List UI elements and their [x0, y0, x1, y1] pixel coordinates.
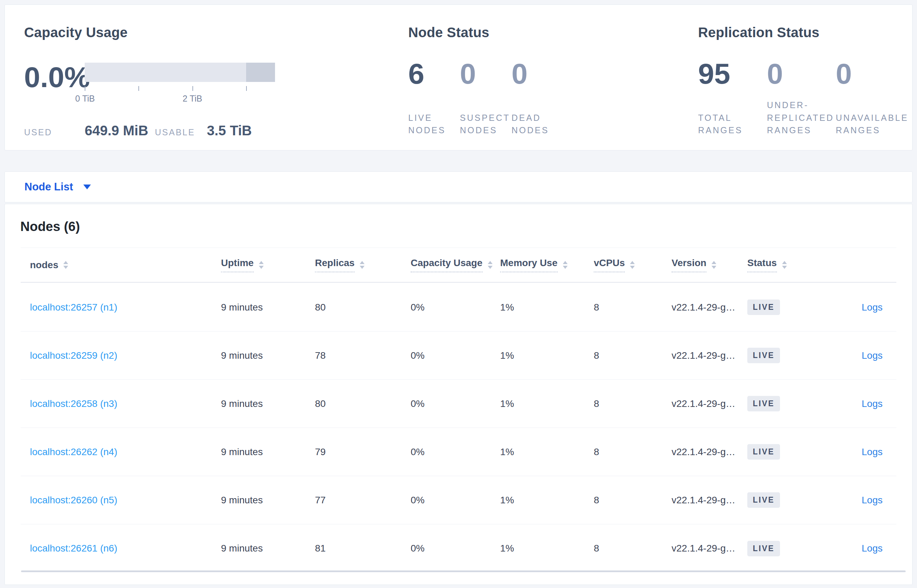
nodes-table-panel: Nodes (6) nodesUptimeReplicasCapacity Us… — [5, 204, 912, 585]
node-link[interactable]: localhost:26257 (n1) — [30, 302, 221, 313]
stat-label-slot: LIVE NODES — [408, 111, 460, 137]
logs-link[interactable]: Logs — [862, 302, 883, 313]
stat-label: DEAD NODES — [512, 111, 553, 137]
column-header-Version[interactable]: Version — [672, 257, 747, 272]
sort-arrows-icon[interactable] — [259, 261, 264, 269]
horizontal-scrollbar[interactable] — [21, 570, 906, 572]
sort-arrows-icon[interactable] — [63, 261, 68, 269]
cell-vcpus: 8 — [594, 543, 672, 554]
logs-link[interactable]: Logs — [862, 543, 883, 554]
cluster-summary-card: Capacity Usage 0.0% 0 TiB 2 TiB US — [5, 5, 912, 150]
chevron-down-icon — [83, 184, 91, 189]
status-badge: LIVE — [747, 396, 780, 411]
column-header-Replicas[interactable]: Replicas — [315, 257, 411, 272]
cell-vcpus: 8 — [594, 495, 672, 506]
cell-status: LIVE — [747, 444, 827, 460]
node-link[interactable]: localhost:26261 (n6) — [30, 543, 221, 554]
cell-capacity: 0% — [411, 350, 500, 361]
cell-capacity: 0% — [411, 302, 500, 313]
cell-status: LIVE — [747, 492, 827, 508]
sort-arrows-icon[interactable] — [712, 261, 716, 269]
stat-label: SUSPECT NODES — [460, 111, 506, 137]
usable-label: USABLE — [155, 128, 207, 137]
column-header-label: Memory Use — [500, 257, 558, 272]
node-link[interactable]: localhost:26258 (n3) — [30, 398, 221, 409]
usable-value: 3.5 TiB — [207, 123, 252, 138]
sort-down-icon — [712, 266, 716, 269]
column-header-label: Status — [747, 257, 777, 272]
table-row: localhost:26260 (n5)9 minutes770%1%8v22.… — [21, 476, 896, 524]
replication-col-labels: TOTAL RANGESUNDER-REPLICATED RANGESUNAVA… — [698, 99, 912, 136]
axis-label-0tib: 0 TiB — [75, 94, 95, 103]
node-link[interactable]: localhost:26262 (n4) — [30, 446, 221, 457]
stat-value: 6 — [408, 59, 460, 88]
cell-version: v22.1.4-29-g… — [672, 398, 747, 409]
column-header-vCPUs[interactable]: vCPUs — [594, 257, 672, 272]
cell-logs: Logs — [862, 543, 883, 554]
logs-link[interactable]: Logs — [862, 446, 883, 457]
cell-replicas: 77 — [315, 495, 411, 506]
capacity-bar-dark-segment — [246, 63, 275, 82]
column-header-label: nodes — [30, 260, 58, 271]
sort-arrows-icon[interactable] — [360, 261, 365, 269]
axis-tick — [138, 86, 139, 91]
column-header-label: Capacity Usage — [411, 257, 483, 272]
stat-label: UNAVAILABLE RANGES — [836, 111, 915, 137]
cell-logs: Logs — [862, 495, 883, 506]
cell-capacity: 0% — [411, 398, 500, 409]
cell-capacity: 0% — [411, 495, 500, 506]
stat-label-slot: SUSPECT NODES — [460, 111, 512, 137]
table-row: localhost:26257 (n1)9 minutes800%1%8v22.… — [21, 283, 896, 331]
column-header-Uptime[interactable]: Uptime — [221, 257, 315, 272]
nodes-table-header-row: nodesUptimeReplicasCapacity UsageMemory … — [21, 247, 896, 283]
node-status-col-values: 600 — [408, 59, 563, 88]
capacity-usage-section: Capacity Usage 0.0% 0 TiB 2 TiB US — [24, 5, 389, 150]
node-link[interactable]: localhost:26260 (n5) — [30, 495, 221, 506]
sort-arrows-icon[interactable] — [563, 261, 568, 269]
column-header-label: Uptime — [221, 257, 254, 272]
used-label: USED — [24, 128, 85, 137]
status-badge: LIVE — [747, 444, 780, 460]
column-header-Capacity Usage[interactable]: Capacity Usage — [411, 257, 500, 272]
sort-up-icon — [712, 261, 716, 264]
sort-arrows-icon[interactable] — [630, 261, 635, 269]
sort-up-icon — [563, 261, 568, 264]
logs-link[interactable]: Logs — [862, 350, 883, 361]
stat-label-slot: UNDER-REPLICATED RANGES — [767, 99, 836, 136]
cell-vcpus: 8 — [594, 350, 672, 361]
sort-down-icon — [63, 266, 68, 269]
column-header-Status[interactable]: Status — [747, 257, 827, 272]
cell-logs: Logs — [862, 302, 883, 313]
cell-status: LIVE — [747, 348, 827, 363]
stat-value: 95 — [698, 59, 767, 88]
cell-replicas: 80 — [315, 398, 411, 409]
sort-up-icon — [259, 261, 264, 264]
cell-uptime: 9 minutes — [221, 302, 315, 313]
node-link[interactable]: localhost:26259 (n2) — [30, 350, 221, 361]
column-header-label: Version — [672, 257, 706, 272]
sort-arrows-icon[interactable] — [488, 261, 492, 269]
node-status-col-labels: LIVE NODESSUSPECT NODESDEAD NODES — [408, 111, 563, 137]
view-selector-label: Node List — [24, 181, 73, 193]
cell-logs: Logs — [862, 350, 883, 361]
column-header-Memory Use[interactable]: Memory Use — [500, 257, 594, 272]
table-row: localhost:26259 (n2)9 minutes780%1%8v22.… — [21, 331, 896, 380]
sort-down-icon — [782, 266, 787, 269]
table-row: localhost:26261 (n6)9 minutes810%1%8v22.… — [21, 524, 896, 572]
cell-status: LIVE — [747, 396, 827, 411]
sort-arrows-icon[interactable] — [782, 261, 787, 269]
sort-down-icon — [630, 266, 635, 269]
cell-uptime: 9 minutes — [221, 446, 315, 457]
column-header-nodes[interactable]: nodes — [30, 260, 221, 271]
logs-link[interactable]: Logs — [862, 398, 883, 409]
cell-memory: 1% — [500, 495, 594, 506]
capacity-bar-track — [85, 63, 275, 82]
view-selector-dropdown[interactable]: Node List — [24, 172, 91, 202]
table-row: localhost:26262 (n4)9 minutes790%1%8v22.… — [21, 428, 896, 476]
sort-up-icon — [630, 261, 635, 264]
column-header-label: Replicas — [315, 257, 355, 272]
logs-link[interactable]: Logs — [862, 495, 883, 506]
stat-value: 0 — [836, 59, 912, 88]
cell-memory: 1% — [500, 446, 594, 457]
table-row: localhost:26258 (n3)9 minutes800%1%8v22.… — [21, 380, 896, 428]
